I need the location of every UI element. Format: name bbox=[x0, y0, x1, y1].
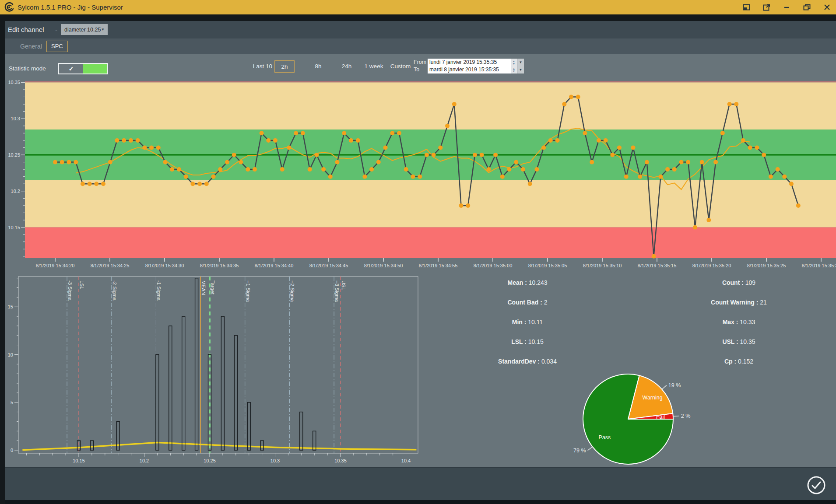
pass-fail-pie-chart: Warning19 %Fail2 %Pass79 % bbox=[556, 368, 703, 471]
channel-select[interactable]: diameter 10.25 ▼ bbox=[61, 24, 108, 35]
svg-text:10.35: 10.35 bbox=[8, 80, 20, 85]
from-date-dropdown[interactable]: ▼ bbox=[517, 59, 524, 66]
svg-text:10.3: 10.3 bbox=[11, 116, 20, 121]
dock-icon[interactable] bbox=[743, 4, 750, 11]
title-bar: Sylcom 1.5.1 PRO - Jig - Supervisor bbox=[0, 0, 836, 14]
stat-standarddev: StandardDev : 0.034 bbox=[498, 358, 557, 365]
app-window: Sylcom 1.5.1 PRO - Jig - Supervisor bbox=[0, 0, 836, 504]
svg-text:2 %: 2 % bbox=[681, 413, 691, 419]
confirm-button[interactable] bbox=[807, 476, 826, 495]
svg-text:8/1/2019 15:35:00: 8/1/2019 15:35:00 bbox=[474, 263, 513, 268]
svg-text:10.15: 10.15 bbox=[8, 225, 20, 230]
window-title: Sylcom 1.5.1 PRO - Jig - Supervisor bbox=[18, 4, 123, 11]
svg-text:8/1/2019 15:34:45: 8/1/2019 15:34:45 bbox=[309, 263, 348, 268]
svg-text:+3 Sigma: +3 Sigma bbox=[334, 280, 340, 302]
svg-text:8/1/2019 15:35:25: 8/1/2019 15:35:25 bbox=[747, 263, 786, 268]
close-icon[interactable] bbox=[823, 4, 831, 11]
from-label: From bbox=[414, 59, 428, 66]
stat-count-warning: Count Warning : 21 bbox=[711, 299, 767, 306]
stat-count-bad: Count Bad : 2 bbox=[507, 299, 547, 306]
bottom-bar bbox=[0, 467, 836, 500]
title-separator: - bbox=[55, 21, 57, 38]
svg-text:8/1/2019 15:34:40: 8/1/2019 15:34:40 bbox=[255, 263, 294, 268]
svg-text:79 %: 79 % bbox=[573, 448, 586, 454]
stat-lsl: LSL : 10.15 bbox=[511, 338, 544, 345]
svg-text:19 %: 19 % bbox=[668, 382, 681, 388]
chevron-down-icon: ▼ bbox=[101, 28, 105, 32]
svg-text:LSL: LSL bbox=[79, 280, 84, 290]
stat-cp: Cp : 0.152 bbox=[724, 358, 753, 365]
svg-text:MEAN: MEAN bbox=[201, 280, 206, 295]
svg-text:8/1/2019 15:34:50: 8/1/2019 15:34:50 bbox=[364, 263, 403, 268]
tabs: GeneralSPC bbox=[0, 38, 836, 54]
svg-text:USL: USL bbox=[341, 280, 346, 290]
svg-text:8/1/2019 15:35:20: 8/1/2019 15:35:20 bbox=[692, 263, 731, 268]
svg-text:10.25: 10.25 bbox=[8, 152, 20, 158]
svg-text:8/1/2019 15:34:20: 8/1/2019 15:34:20 bbox=[36, 263, 75, 268]
svg-text:Warning: Warning bbox=[643, 395, 663, 401]
svg-text:Target: Target bbox=[210, 280, 215, 295]
minimize-icon[interactable] bbox=[783, 4, 790, 11]
channel-select-value: diameter 10.25 bbox=[64, 27, 101, 33]
svg-text:-2 Sigma: -2 Sigma bbox=[112, 280, 117, 301]
svg-text:10.4: 10.4 bbox=[401, 458, 411, 463]
tab-general[interactable]: General bbox=[16, 43, 46, 50]
svg-text:10.2: 10.2 bbox=[11, 189, 20, 194]
svg-text:Fail: Fail bbox=[656, 414, 665, 420]
footer-edge bbox=[0, 500, 836, 504]
svg-text:5: 5 bbox=[11, 400, 13, 405]
left-edge-strip bbox=[0, 14, 5, 504]
popout-icon[interactable] bbox=[763, 4, 770, 11]
svg-text:8/1/2019 15:35:10: 8/1/2019 15:35:10 bbox=[583, 263, 622, 268]
stat-mean: Mean : 10.243 bbox=[507, 279, 547, 286]
svg-text:8/1/2019 15:34:55: 8/1/2019 15:34:55 bbox=[419, 263, 458, 268]
page-title: Edit channel bbox=[8, 21, 44, 38]
svg-text:-3 Sigma: -3 Sigma bbox=[67, 280, 73, 301]
page-header: Edit channel - diameter 10.25 ▼ bbox=[0, 21, 836, 38]
svg-text:10: 10 bbox=[8, 352, 13, 357]
svg-text:8/1/2019 15:35:30: 8/1/2019 15:35:30 bbox=[802, 263, 836, 268]
svg-text:0: 0 bbox=[11, 448, 13, 453]
tab-bar: GeneralSPC bbox=[0, 38, 836, 54]
from-date-field[interactable]: lundi 7 janvier 2019 15:35:35 bbox=[428, 59, 511, 66]
svg-text:-1 Sigma: -1 Sigma bbox=[156, 280, 162, 301]
from-date-spinner[interactable]: ▲▼ bbox=[511, 59, 517, 66]
stat-count: Count : 109 bbox=[722, 279, 755, 286]
svg-text:+1 Sigma: +1 Sigma bbox=[246, 280, 251, 302]
distribution-histogram: -3 SigmaLSL-2 Sigma-1 SigmaMEANTarget+1 … bbox=[0, 273, 431, 470]
titlebar-separator bbox=[0, 14, 836, 21]
tab-spc[interactable]: SPC bbox=[46, 41, 68, 52]
stat-usl: USL : 10.35 bbox=[722, 338, 755, 345]
svg-text:8/1/2019 15:34:25: 8/1/2019 15:34:25 bbox=[91, 263, 130, 268]
sylvac-logo-icon bbox=[4, 1, 15, 13]
stat-min: Min : 10.11 bbox=[512, 318, 543, 326]
window-controls bbox=[743, 0, 836, 14]
svg-text:8/1/2019 15:34:30: 8/1/2019 15:34:30 bbox=[145, 263, 184, 268]
svg-text:10.15: 10.15 bbox=[73, 458, 85, 463]
svg-text:+2 Sigma: +2 Sigma bbox=[290, 280, 295, 302]
svg-text:8/1/2019 15:35:15: 8/1/2019 15:35:15 bbox=[638, 263, 677, 268]
svg-text:Pass: Pass bbox=[598, 434, 611, 441]
restore-icon[interactable] bbox=[803, 4, 811, 11]
spc-control-chart: 10.1510.210.2510.310.358/1/2019 15:34:20… bbox=[0, 66, 836, 269]
svg-text:15: 15 bbox=[8, 304, 13, 309]
svg-text:10.2: 10.2 bbox=[140, 458, 149, 463]
svg-text:8/1/2019 15:35:05: 8/1/2019 15:35:05 bbox=[528, 263, 567, 268]
check-circle-icon bbox=[808, 477, 825, 494]
svg-text:8/1/2019 15:34:35: 8/1/2019 15:34:35 bbox=[200, 263, 239, 268]
svg-text:10.3: 10.3 bbox=[270, 458, 280, 463]
stat-max: Max : 10.33 bbox=[723, 318, 755, 326]
svg-text:10.25: 10.25 bbox=[204, 458, 216, 463]
svg-text:10.35: 10.35 bbox=[334, 458, 347, 463]
